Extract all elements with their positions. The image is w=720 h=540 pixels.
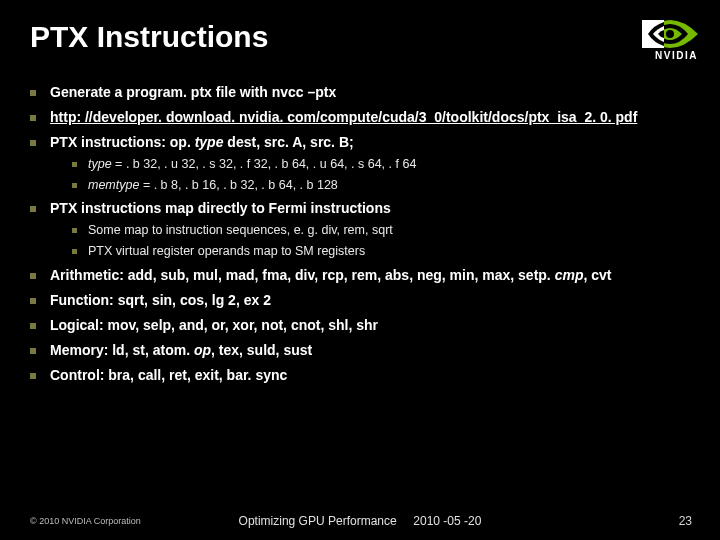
footer-center: Optimizing GPU Performance 2010 -05 -20 <box>239 514 482 528</box>
sub-list: Some map to instruction sequences, e. g.… <box>50 222 690 260</box>
list-item: Memory: ld, st, atom. op, tex, suld, sus… <box>50 341 690 360</box>
list-item: http: //developer. download. nvidia. com… <box>50 108 690 127</box>
list-item: Control: bra, call, ret, exit, bar. sync <box>50 366 690 385</box>
footer: © 2010 NVIDIA Corporation Optimizing GPU… <box>0 516 720 526</box>
header: PTX Instructions NVIDIA <box>30 20 690 61</box>
list-item: PTX instructions: op. type dest, src. A,… <box>50 133 690 194</box>
link-text: http: //developer. download. nvidia. com… <box>50 109 637 125</box>
footer-date: 2010 -05 -20 <box>413 514 481 528</box>
nvidia-logo: NVIDIA <box>642 20 698 61</box>
nvidia-logo-text: NVIDIA <box>655 50 698 61</box>
list-item: memtype = . b 8, . b 16, . b 32, . b 64,… <box>88 177 690 194</box>
slide-title: PTX Instructions <box>30 20 268 54</box>
bullet-list: Generate a program. ptx file with nvcc –… <box>30 83 690 385</box>
list-item: type = . b 32, . u 32, . s 32, . f 32, .… <box>88 156 690 173</box>
list-item: Function: sqrt, sin, cos, lg 2, ex 2 <box>50 291 690 310</box>
svg-point-1 <box>666 30 674 38</box>
list-item: Some map to instruction sequences, e. g.… <box>88 222 690 239</box>
nvidia-eye-icon <box>642 20 698 48</box>
sub-list: type = . b 32, . u 32, . s 32, . f 32, .… <box>50 156 690 194</box>
list-item: PTX instructions map directly to Fermi i… <box>50 199 690 260</box>
page-number: 23 <box>679 514 692 528</box>
list-item: Arithmetic: add, sub, mul, mad, fma, div… <box>50 266 690 285</box>
footer-title: Optimizing GPU Performance <box>239 514 397 528</box>
list-item: PTX virtual register operands map to SM … <box>88 243 690 260</box>
list-item: Generate a program. ptx file with nvcc –… <box>50 83 690 102</box>
list-item: Logical: mov, selp, and, or, xor, not, c… <box>50 316 690 335</box>
slide: PTX Instructions NVIDIA Generate a p <box>0 0 720 540</box>
copyright: © 2010 NVIDIA Corporation <box>0 516 141 526</box>
